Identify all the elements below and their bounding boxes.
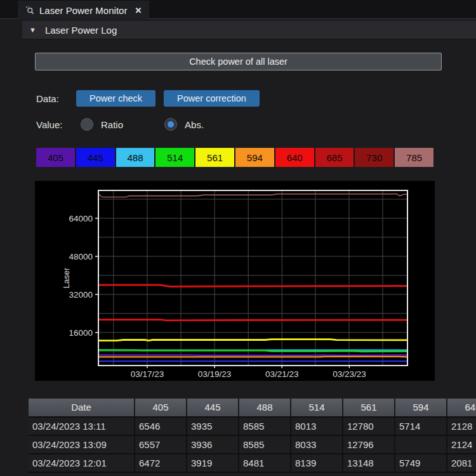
table-header-405[interactable]: 405 [135, 399, 187, 416]
cell-value: 8033 [291, 436, 343, 453]
power-correction-button[interactable]: Power correction [164, 90, 260, 107]
wavelength-swatch-405[interactable]: 405 [36, 148, 76, 167]
cell-value: 2081 [447, 454, 476, 472]
series-line-594 [98, 357, 407, 357]
data-label: Data: [36, 93, 76, 104]
svg-text:03/19/23: 03/19/23 [198, 369, 232, 379]
series-line-685 [98, 285, 407, 287]
svg-text:Laser: Laser [62, 267, 71, 288]
wavelength-swatch-730[interactable]: 730 [355, 148, 395, 167]
cell-date: 03/24/2023 12:01 [29, 454, 135, 472]
cell-value: 12796 [343, 436, 395, 453]
table-header-row: Date405445488514561594640 [29, 399, 476, 418]
wavelength-swatch-640[interactable]: 640 [275, 148, 315, 167]
wavelength-swatch-785[interactable]: 785 [395, 148, 433, 167]
chart-panel: 1600032000480006400003/17/2303/19/2303/2… [35, 181, 435, 381]
series-line-785 [98, 194, 407, 197]
tab-laser-power-monitor[interactable]: Laser Power Monitor ✕ [18, 1, 149, 20]
cell-date: 03/24/2023 13:09 [29, 436, 135, 453]
cell-value: 8481 [239, 454, 291, 472]
data-row: Data: Power check Power correction [36, 89, 268, 108]
cell-value: 3935 [187, 418, 239, 435]
svg-text:03/23/23: 03/23/23 [333, 369, 366, 379]
cell-value: 13148 [343, 454, 395, 472]
abs-radio-label: Abs. [185, 119, 204, 130]
cell-value: 8013 [291, 418, 343, 435]
svg-text:03/21/23: 03/21/23 [265, 369, 299, 379]
cell-date: 03/24/2023 13:11 [29, 418, 135, 435]
svg-text:03/17/23: 03/17/23 [131, 369, 164, 379]
power-check-button[interactable]: Power check [76, 90, 155, 107]
close-icon[interactable]: ✕ [135, 6, 142, 15]
table-header-date[interactable]: Date [29, 399, 135, 416]
cell-value: 5714 [395, 418, 447, 435]
table-header-640[interactable]: 640 [447, 399, 476, 416]
series-line-561 [98, 340, 407, 341]
cell-value: 12780 [343, 418, 395, 435]
wavelength-swatch-561[interactable]: 561 [195, 148, 235, 167]
table-header-561[interactable]: 561 [343, 399, 395, 416]
cell-value [395, 436, 447, 453]
chart-svg: 1600032000480006400003/17/2303/19/2303/2… [35, 181, 435, 381]
table-row[interactable]: 03/24/2023 12:01647239198481813913148574… [29, 454, 476, 473]
cell-value: 6472 [135, 454, 187, 472]
value-row: Value: Ratio Abs. [36, 115, 204, 134]
svg-text:48000: 48000 [69, 252, 93, 261]
collapse-triangle-icon[interactable]: ▼ [29, 26, 36, 34]
svg-text:16000: 16000 [69, 328, 93, 338]
cell-value: 8585 [239, 418, 291, 435]
section-header[interactable]: ▼ Laser Power Log [22, 21, 476, 39]
wavelength-swatch-685[interactable]: 685 [315, 148, 355, 167]
cell-value: 2128 [447, 418, 476, 435]
cell-value: 3936 [187, 436, 239, 453]
data-table: Date405445488514561594640 03/24/2023 13:… [29, 399, 476, 473]
table-header-594[interactable]: 594 [395, 399, 447, 416]
table-row[interactable]: 03/24/2023 13:09655739368585803312796212… [29, 436, 476, 454]
cell-value: 5749 [395, 454, 447, 472]
table-row[interactable]: 03/24/2023 13:11654639358585801312780571… [29, 418, 476, 436]
wavelength-swatch-row: 405445488514561594640685730785 [36, 148, 433, 167]
cell-value: 6557 [135, 436, 187, 453]
cell-value: 2124 [447, 436, 476, 453]
value-label: Value: [36, 119, 81, 130]
section-title: Laser Power Log [45, 25, 117, 36]
tab-title: Laser Power Monitor [39, 5, 127, 16]
ratio-radio-label: Ratio [101, 119, 123, 130]
table-header-445[interactable]: 445 [187, 399, 239, 416]
svg-text:64000: 64000 [69, 214, 93, 223]
wavelength-swatch-594[interactable]: 594 [235, 148, 275, 167]
cell-value: 8139 [291, 454, 343, 472]
table-body: 03/24/2023 13:11654639358585801312780571… [29, 418, 476, 473]
cell-value: 3919 [187, 454, 239, 472]
cell-value: 6546 [135, 418, 187, 435]
table-header-488[interactable]: 488 [239, 399, 291, 416]
wavelength-swatch-488[interactable]: 488 [116, 148, 156, 167]
series-line-405 [98, 355, 407, 355]
tab-bar: Laser Power Monitor ✕ [0, 0, 476, 19]
check-all-lasers-button[interactable]: Check power of all laser [35, 53, 442, 70]
cell-value: 8585 [239, 436, 291, 453]
table-header-514[interactable]: 514 [291, 399, 343, 416]
abs-radio[interactable] [164, 118, 177, 131]
ratio-radio[interactable] [81, 118, 93, 131]
series-line-640 [98, 320, 407, 321]
magnifier-icon [25, 6, 34, 15]
svg-text:32000: 32000 [69, 290, 93, 300]
wavelength-swatch-514[interactable]: 514 [155, 148, 195, 167]
wavelength-swatch-445[interactable]: 445 [76, 148, 116, 167]
